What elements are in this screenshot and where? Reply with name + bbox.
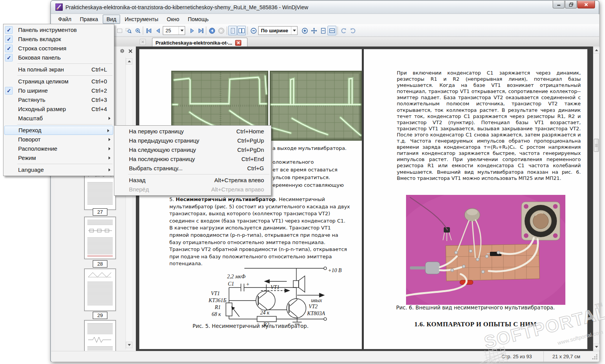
menu-view[interactable]: Вид — [103, 15, 120, 24]
scroll-down-button[interactable] — [126, 342, 132, 348]
fit-page-icon — [320, 27, 327, 34]
label-r2-value: 24 к — [260, 310, 270, 316]
back-button[interactable] — [207, 26, 216, 35]
document-view[interactable]: а выходе мультивибратора. оложительного … — [136, 47, 593, 351]
view-menu-item-stretch[interactable]: РастянутьCtrl+3 — [3, 95, 114, 105]
zoom-out-icon — [250, 27, 257, 34]
tab-close-button[interactable] — [235, 40, 241, 46]
combo-dropdown-icon[interactable] — [179, 27, 185, 35]
menu-separator — [128, 174, 269, 175]
view-menu-item-goto-submenu[interactable]: Переход — [4, 126, 113, 135]
submenu-arrow-icon — [109, 138, 110, 141]
goto-next-page[interactable]: На следующую страницуCtrl+PgDn — [114, 145, 271, 155]
restore-button[interactable] — [565, 1, 577, 8]
close-icon — [141, 40, 145, 44]
page-thumbnail[interactable] — [84, 269, 116, 311]
menu-tools[interactable]: Инструменты — [121, 15, 162, 24]
tab-document[interactable]: Prakticheskaya-elektronika-ot-... — [152, 38, 247, 47]
goto-select-page[interactable]: Выбрать страницу...Ctrl+G — [114, 164, 271, 173]
goto-previous-page[interactable]: На предыдущую страницуCtrl+PgUp — [114, 136, 271, 145]
menu-window[interactable]: Окно — [163, 15, 183, 24]
gear-icon[interactable] — [119, 48, 125, 54]
view-menu-item-zoom-submenu[interactable]: Масштаб — [3, 114, 114, 123]
scroll-up-button[interactable] — [593, 47, 600, 53]
stretch-button[interactable] — [309, 26, 318, 35]
view-menu-item-actual-size[interactable]: Исходный размерCtrl+4 — [3, 105, 114, 114]
page-number-label[interactable]: 28 — [93, 260, 107, 268]
label-r1-value: 68 к — [212, 311, 221, 317]
close-button[interactable] — [577, 1, 595, 8]
goto-last-page[interactable]: На последнюю страницуCtrl+End — [114, 155, 271, 164]
rotate-right-button[interactable] — [348, 26, 357, 35]
paragraph-lead-bold: Несимметричный мультивибратор — [176, 196, 276, 202]
scroll-down-button[interactable] — [593, 344, 600, 350]
rotate-left-button[interactable] — [339, 26, 348, 35]
sidebar-scrollbar[interactable] — [125, 57, 132, 349]
zoom-region-button[interactable] — [124, 26, 133, 35]
zoom-in-icon — [301, 27, 308, 34]
page-thumbnail[interactable] — [84, 320, 116, 351]
facing-pages-layout-button[interactable] — [237, 26, 246, 35]
resize-grip[interactable] — [591, 353, 598, 360]
view-menu-item-mode-submenu[interactable]: Режим — [3, 153, 114, 163]
page-number-label[interactable]: 27 — [93, 208, 107, 216]
view-menu-item-layout-submenu[interactable]: Расположение — [3, 144, 114, 153]
zoom-mode-combo[interactable]: По ширине — [258, 26, 297, 35]
title-bar[interactable]: Prakticheskaya-elektronika-ot-tranzistor… — [51, 1, 599, 14]
goto-back[interactable]: НазадAlt+Стрелка влево — [114, 176, 271, 185]
combo-dropdown-icon[interactable] — [291, 27, 297, 35]
zoom-in-button[interactable] — [300, 26, 309, 35]
zoom-out-button[interactable] — [249, 26, 258, 35]
thumbnail-schematic-sketch — [87, 336, 113, 344]
view-menu-item-fit-page[interactable]: Страница целикомCtrl+0 — [3, 77, 114, 86]
view-menu-item-sidebar[interactable]: ✓Боковая панель — [3, 53, 114, 62]
paragraph-operation: При включении конденсатор С1 заряжается … — [397, 70, 581, 181]
view-menu-item-rotate-submenu[interactable]: Поворот — [3, 135, 114, 144]
zoom-custom-button[interactable] — [133, 26, 142, 35]
toolbar-separator — [206, 27, 206, 35]
view-menu-item-tabs-panel[interactable]: ✓Панель вкладок — [3, 35, 114, 44]
label-supply-voltage: +10 В — [328, 268, 342, 273]
status-page-indicator: Стр. 25 из 93 — [490, 351, 543, 362]
figure5-caption: Рис. 5. Несимметричный мультивибратор. — [139, 323, 362, 329]
previous-page-button[interactable] — [154, 26, 162, 35]
stretch-icon — [311, 27, 318, 34]
forward-button[interactable] — [217, 26, 226, 35]
menu-help[interactable]: Помощь — [184, 15, 212, 24]
view-menu-item-fit-width[interactable]: ✓По ширинеCtrl+2 — [3, 86, 114, 95]
selection-tool-icon — [116, 27, 123, 34]
chevron-up-icon — [595, 49, 598, 51]
last-page-button[interactable] — [196, 26, 205, 35]
toolbar-separator — [338, 27, 338, 35]
view-menu-item-status-bar[interactable]: ✓Строка состояния — [3, 44, 114, 53]
menu-file[interactable]: Файл — [54, 15, 75, 24]
check-icon: ✓ — [5, 35, 13, 43]
next-page-button[interactable] — [187, 26, 196, 35]
previous-page-icon — [155, 27, 162, 34]
page-thumbnail[interactable] — [84, 217, 116, 259]
close-sidebar-icon[interactable] — [128, 49, 133, 53]
scroll-up-button[interactable] — [126, 58, 132, 65]
selection-tool-button[interactable] — [115, 26, 124, 35]
label-vt2: VT2 — [309, 304, 318, 309]
fit-page-button[interactable] — [319, 26, 328, 35]
check-icon: ✓ — [5, 54, 13, 61]
menu-edit[interactable]: Правка — [76, 15, 102, 24]
view-menu-item-language-submenu[interactable]: Language — [3, 165, 114, 175]
view-menu-item-fullscreen[interactable]: На полный экранCtrl+L — [3, 65, 114, 74]
fit-width-button[interactable] — [328, 26, 336, 35]
single-page-layout-button[interactable] — [228, 26, 237, 35]
document-scrollbar[interactable] — [593, 47, 599, 351]
view-menu-item-toolbar-panel[interactable]: ✓Панель инструментов — [3, 25, 114, 35]
facing-pages-icon — [238, 27, 245, 34]
scrollbar-thumb[interactable] — [594, 139, 599, 152]
submenu-arrow-icon — [109, 117, 110, 120]
goto-first-page[interactable]: На первую страницуCtrl+Home — [114, 127, 271, 136]
page-number-label[interactable]: 29 — [93, 312, 107, 319]
first-page-button[interactable] — [144, 26, 153, 35]
close-tab-button-disabled[interactable] — [140, 39, 146, 45]
page-number-combo[interactable]: 25 — [163, 26, 185, 35]
minimize-button[interactable] — [553, 1, 565, 8]
goto-forward[interactable]: ВперёдAlt+Стрелка вправо — [114, 185, 271, 194]
text-fragment: ет все время оставаться — [272, 167, 338, 173]
